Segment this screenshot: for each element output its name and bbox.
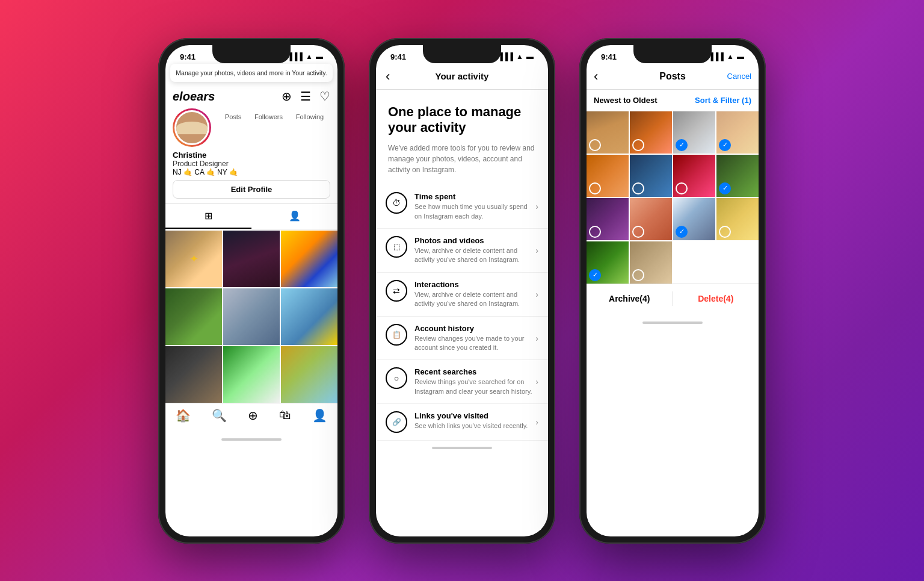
activity-text-interactions: Interactions View, archive or delete con… (414, 280, 535, 309)
activity-item-time-spent[interactable]: ⏱ Time spent See how much time you usual… (376, 185, 548, 229)
post-check-9[interactable] (589, 226, 601, 238)
post-check-3[interactable]: ✓ (676, 139, 688, 151)
grid-photo-2 (223, 231, 280, 287)
post-check-6[interactable] (632, 182, 644, 194)
post-cell-9[interactable] (587, 198, 629, 240)
post-check-5[interactable] (589, 182, 601, 194)
sort-filter-button[interactable]: Sort & Filter (1) (695, 96, 751, 105)
searches-icon: ○ (386, 367, 407, 389)
status-time-2: 9:41 (390, 52, 406, 61)
nav-shop-icon[interactable]: 🛍 (279, 408, 291, 423)
post-cell-2[interactable] (630, 111, 672, 154)
add-icon[interactable]: ⊕ (282, 89, 292, 104)
links-desc: See which links you've visited recently. (414, 421, 535, 430)
activity-title: Your activity (436, 71, 489, 81)
post-check-2[interactable] (632, 139, 644, 151)
post-cell-11[interactable]: ✓ (673, 198, 715, 240)
back-button-2[interactable]: ‹ (386, 69, 390, 84)
battery-icon-3: ▬ (737, 52, 744, 61)
photos-label: Photos and videos (414, 236, 535, 245)
insta-actions[interactable]: ⊕ ☰ ♡ (282, 89, 330, 104)
cancel-button[interactable]: Cancel (712, 72, 752, 81)
post-cell-14[interactable] (630, 241, 672, 284)
posts-sort-row: Newest to Oldest Sort & Filter (1) (587, 90, 759, 111)
back-button-3[interactable]: ‹ (594, 69, 633, 84)
hero-desc: We've added more tools for you to review… (388, 143, 536, 175)
activity-text-photos: Photos and videos View, archive or delet… (414, 236, 535, 265)
posts-bottom-actions: Archive(4) Delete(4) (587, 284, 759, 315)
post-cell-3[interactable]: ✓ (673, 111, 715, 154)
menu-icon[interactable]: ☰ (300, 89, 311, 104)
activity-text-history: Account history Review changes you've ma… (414, 324, 535, 353)
post-check-16[interactable] (719, 269, 731, 281)
activity-item-photos[interactable]: ⬚ Photos and videos View, archive or del… (376, 229, 548, 273)
post-cell-4[interactable]: ✓ (716, 111, 759, 154)
post-cell-6[interactable] (630, 155, 672, 197)
photos-icon: ⬚ (386, 236, 407, 258)
stat-following: Following (296, 113, 324, 120)
post-check-13[interactable]: ✓ (589, 269, 601, 281)
post-check-7[interactable] (676, 182, 688, 194)
photo-grid: ✦ (165, 231, 337, 403)
time-spent-icon: ⏱ (386, 192, 407, 214)
nav-home-icon[interactable]: 🏠 (176, 408, 191, 423)
profile-main-row: Posts Followers Following (165, 108, 337, 151)
status-time-3: 9:41 (601, 52, 617, 61)
phone3-content: ‹ Posts Cancel Newest to Oldest Sort & F… (587, 64, 759, 284)
archive-button[interactable]: Archive(4) (587, 291, 673, 306)
nav-profile-icon[interactable]: 👤 (312, 408, 327, 423)
post-check-1[interactable] (589, 139, 601, 151)
edit-profile-button[interactable]: Edit Profile (173, 180, 330, 199)
post-cell-7[interactable] (673, 155, 715, 197)
grid-photo-5 (223, 288, 280, 345)
interactions-icon: ⇄ (386, 280, 407, 302)
grid-tab-tagged[interactable]: 👤 (251, 204, 337, 229)
links-label: Links you've visited (414, 411, 535, 420)
post-cell-12[interactable] (716, 198, 759, 240)
post-check-12[interactable] (719, 226, 731, 238)
activity-item-interactions[interactable]: ⇄ Interactions View, archive or delete c… (376, 273, 548, 317)
post-check-4[interactable]: ✓ (719, 139, 731, 151)
status-icons-3: ▐▐▐ ▲ ▬ (709, 52, 744, 61)
activity-item-searches[interactable]: ○ Recent searches Review things you've s… (376, 360, 548, 404)
links-icon: 🔗 (386, 411, 407, 433)
bottom-nav: 🏠 🔍 ⊕ 🛍 👤 (165, 403, 337, 432)
posts-grid: ✓ ✓ ✓ (587, 111, 759, 284)
stat-posts: Posts (225, 113, 242, 120)
chevron-icon-2: › (535, 290, 538, 299)
post-cell-16[interactable] (716, 241, 759, 284)
chevron-icon-0: › (535, 202, 538, 211)
profile-location: NJ 🤙 CA 🤙 NY 🤙 (173, 168, 330, 176)
activity-item-links[interactable]: 🔗 Links you've visited See which links y… (376, 404, 548, 441)
home-indicator-3 (587, 315, 759, 330)
post-check-8[interactable]: ✓ (719, 182, 731, 194)
post-check-14[interactable] (632, 269, 644, 281)
hero-title: One place to manage your activity (388, 104, 536, 136)
interactions-desc: View, archive or delete content and acti… (414, 290, 535, 309)
posts-nav-header: ‹ Posts Cancel (587, 64, 759, 90)
post-cell-8[interactable]: ✓ (716, 155, 759, 197)
chevron-icon-4: › (535, 377, 538, 387)
nav-search-icon[interactable]: 🔍 (212, 408, 227, 423)
nav-add-icon[interactable]: ⊕ (248, 408, 258, 423)
post-check-11[interactable]: ✓ (676, 226, 688, 238)
post-cell-15[interactable] (673, 241, 715, 284)
heart-icon[interactable]: ♡ (319, 89, 330, 104)
post-cell-13[interactable]: ✓ (587, 241, 629, 284)
chevron-icon-5: › (535, 417, 538, 427)
grid-photo-7 (165, 346, 222, 403)
grid-tab-posts[interactable]: ⊞ (165, 204, 251, 229)
post-check-10[interactable] (632, 226, 644, 238)
status-icons-1: ▐▐▐ ▲ ▬ (288, 52, 323, 61)
profile-stats: Posts Followers Following (218, 108, 330, 120)
delete-button[interactable]: Delete(4) (673, 291, 759, 306)
phone1: 9:41 ▐▐▐ ▲ ▬ Manage your photos, videos … (158, 38, 345, 544)
post-cell-10[interactable] (630, 198, 672, 240)
post-check-15[interactable] (676, 269, 688, 281)
status-time-1: 9:41 (180, 52, 196, 61)
post-cell-1[interactable] (587, 111, 629, 154)
profile-title: Product Designer (173, 160, 330, 168)
activity-item-account-history[interactable]: 📋 Account history Review changes you've … (376, 317, 548, 361)
post-cell-5[interactable] (587, 155, 629, 197)
followers-label: Followers (254, 113, 283, 120)
